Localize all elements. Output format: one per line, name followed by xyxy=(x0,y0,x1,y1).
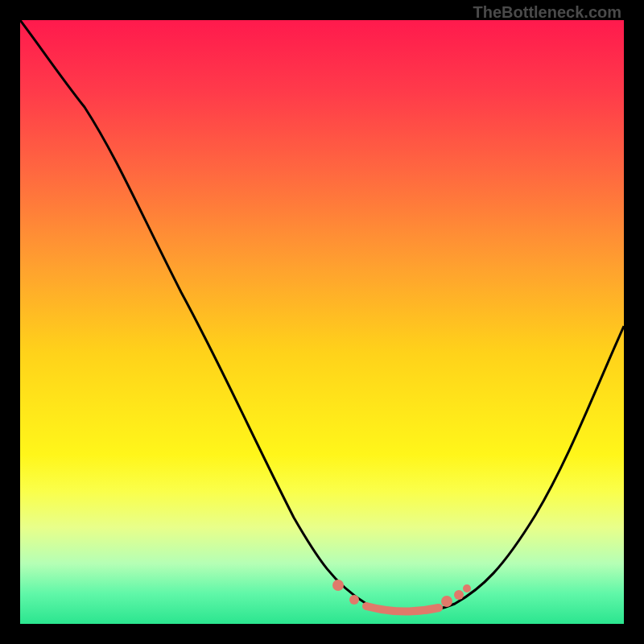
highlight-dot xyxy=(454,590,464,600)
watermark-text: TheBottleneck.com xyxy=(473,3,621,22)
highlight-dot xyxy=(332,580,344,591)
bottleneck-curve xyxy=(20,20,624,612)
highlight-dot xyxy=(463,584,471,592)
highlight-dot xyxy=(441,596,452,607)
highlight-dot xyxy=(349,595,359,605)
highlight-segment xyxy=(366,606,439,612)
chart-svg xyxy=(20,20,624,624)
